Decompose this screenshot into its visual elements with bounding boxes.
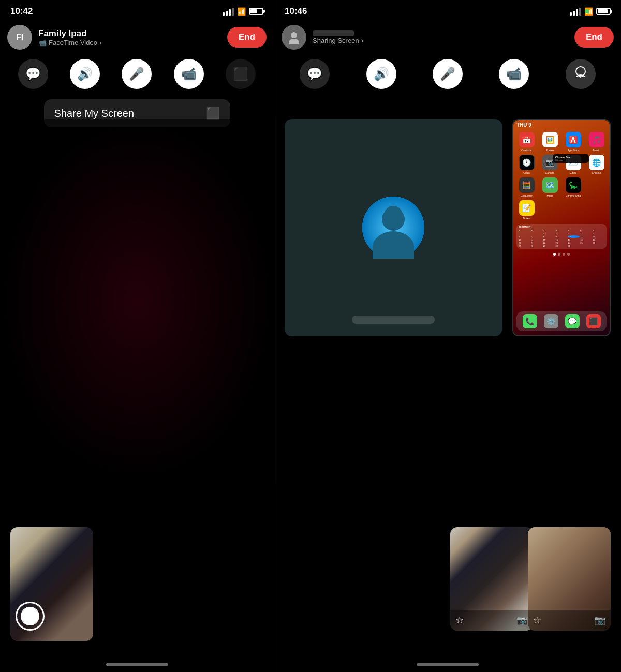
- left-screencast-button[interactable]: ⬛: [226, 59, 256, 89]
- chrome-dino-tooltip: Chrome Dino Chrome: [553, 154, 589, 163]
- screen-share-preview: THU 9 📅 Calendar 🖼️ Photos 🅰️ App Store …: [512, 119, 611, 336]
- ios-app-notes: 📝 Notes: [516, 200, 537, 220]
- left-message-button[interactable]: 💬: [18, 59, 48, 89]
- phone-left: 10:42 📶 FI Family Ipad 📹 FaceTime Video …: [0, 0, 274, 672]
- right-speaker-icon: 🔊: [374, 67, 389, 81]
- ios-dock: 📞 ⚙️ 💬 ⬛: [516, 311, 607, 331]
- ios-home-screen: THU 9 📅 Calendar 🖼️ Photos 🅰️ App Store …: [513, 120, 610, 335]
- left-call-header: FI Family Ipad 📹 FaceTime Video › End: [0, 21, 274, 54]
- right-call-info: Sharing Screen ›: [313, 30, 568, 44]
- thumbnail-room: ☆ 📷: [450, 527, 533, 631]
- right-message-button[interactable]: 💬: [300, 59, 330, 89]
- ios-app-chrome: 🌐 Chrome: [586, 155, 607, 174]
- right-name-bar: [313, 30, 354, 36]
- record-button-inner: [21, 607, 39, 625]
- camera-icon-right[interactable]: 📷: [594, 615, 605, 626]
- ios-app-calendar: 📅 Calendar: [516, 132, 537, 152]
- left-mic-icon: 🎤: [129, 67, 144, 81]
- right-screenshare-icon: [573, 66, 588, 82]
- right-avatar: [282, 25, 306, 50]
- green-dot-indicator: [585, 9, 589, 13]
- star-icon-left[interactable]: ☆: [455, 615, 464, 626]
- left-message-icon: 💬: [25, 67, 41, 81]
- right-speaker-button[interactable]: 🔊: [366, 59, 396, 89]
- thumb-overlay-left: ☆ 📷: [450, 610, 533, 631]
- record-button[interactable]: [16, 602, 45, 631]
- left-home-indicator: [106, 663, 168, 666]
- ios-app-grid: 📅 Calendar 🖼️ Photos 🅰️ App Store 🎵 Musi…: [513, 130, 610, 222]
- left-call-subtitle: 📹 FaceTime Video ›: [38, 39, 221, 47]
- right-controls-row: 💬 🔊 🎤 📹: [274, 54, 621, 94]
- right-camera-button[interactable]: 📹: [499, 59, 529, 89]
- right-mic-button[interactable]: 🎤: [433, 59, 463, 89]
- right-status-icons: 📶: [570, 7, 611, 16]
- right-home-indicator: [417, 663, 479, 666]
- share-screen-label: Share My Screen: [54, 108, 135, 120]
- left-call-name: Family Ipad: [38, 28, 221, 39]
- left-speaker-button[interactable]: 🔊: [70, 59, 100, 89]
- svg-point-5: [382, 208, 405, 231]
- dock-messages: 💬: [565, 314, 580, 328]
- right-time: 10:46: [285, 6, 307, 17]
- right-signal: [570, 8, 581, 16]
- ios-app-chromedino: 🦕 Chrome Dino Chrome Dino Chrome: [563, 177, 583, 197]
- svg-point-1: [289, 39, 299, 44]
- ios-calendar-widget: DECEMBER SMTWTFS 12345 6789101112 131415…: [516, 224, 607, 249]
- left-time: 10:42: [10, 6, 33, 17]
- thumb-overlay-right: ☆ 📷: [528, 610, 611, 631]
- left-speaker-icon: 🔊: [77, 67, 93, 81]
- left-camera-button[interactable]: 📹: [174, 59, 204, 89]
- right-sharing-label: Sharing Screen ›: [313, 36, 568, 44]
- left-avatar: FI: [7, 25, 32, 50]
- left-mic-button[interactable]: 🎤: [122, 59, 152, 89]
- ios-page-dots: [513, 251, 610, 258]
- right-status-bar: 10:46 📶: [274, 0, 621, 21]
- right-main-call-view: [285, 119, 502, 336]
- right-screenshare-button[interactable]: [566, 59, 596, 89]
- left-status-icons: 📶: [223, 7, 263, 16]
- left-battery: [249, 8, 263, 15]
- ios-app-appstore: 🅰️ App Store: [563, 132, 583, 152]
- ios-app-music: 🎵 Music: [586, 132, 607, 152]
- thumbnail-face: ☆ 📷: [528, 527, 611, 631]
- phone-right: 10:46 📶 Sh: [274, 0, 621, 672]
- ios-app-calculator: 🧮 Calculator: [516, 177, 537, 197]
- left-end-button[interactable]: End: [227, 27, 267, 48]
- left-signal: [223, 8, 234, 16]
- right-call-header: Sharing Screen › End: [274, 21, 621, 54]
- share-screen-icon: ⬛: [206, 107, 220, 120]
- right-end-button[interactable]: End: [574, 27, 614, 48]
- left-controls-row: 💬 🔊 🎤 📹 ⬛: [0, 54, 274, 94]
- left-camera-icon: 📹: [181, 67, 197, 81]
- person-icon: [287, 30, 301, 44]
- left-wifi-icon: 📶: [237, 7, 246, 16]
- dock-phone: 📞: [523, 314, 537, 328]
- dock-settings: ⚙️: [544, 314, 558, 328]
- calendar-month: DECEMBER: [519, 226, 604, 228]
- dock-multi: ⬛: [586, 314, 601, 328]
- camera-icon-left[interactable]: 📷: [516, 615, 528, 626]
- ios-time: THU 9: [513, 120, 610, 130]
- left-call-info: Family Ipad 📹 FaceTime Video ›: [38, 28, 221, 47]
- page-dot-4: [567, 253, 570, 256]
- ios-app-photos: 🖼️ Photos: [540, 132, 560, 152]
- right-camera-icon: 📹: [506, 67, 522, 81]
- ios-app-empty: [586, 177, 607, 197]
- ios-app-clock: 🕐 Clock: [516, 155, 537, 174]
- chrome-dino-sublabel: Chrome: [555, 159, 586, 161]
- right-mic-icon: 🎤: [440, 67, 455, 81]
- left-status-bar: 10:42 📶: [0, 0, 274, 21]
- left-screencast-icon: ⬛: [233, 67, 248, 81]
- ios-app-maps: 🗺️ Maps: [540, 177, 560, 197]
- main-avatar-svg: [362, 197, 424, 259]
- main-call-avatar: [362, 197, 424, 259]
- right-battery: [596, 8, 611, 15]
- left-bg-tint: [0, 119, 274, 481]
- page-dot-3: [563, 253, 565, 256]
- svg-point-0: [291, 32, 297, 38]
- calendar-grid: SMTWTFS 12345 6789101112 13141516171819 …: [519, 229, 604, 247]
- page-dot-1: [553, 253, 556, 256]
- call-name-hidden: [352, 316, 435, 324]
- star-icon-right[interactable]: ☆: [533, 615, 541, 626]
- page-dot-2: [558, 253, 560, 256]
